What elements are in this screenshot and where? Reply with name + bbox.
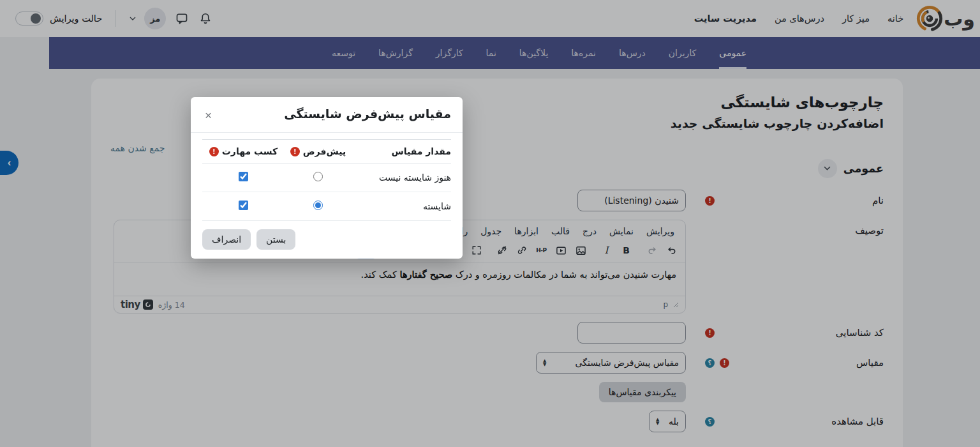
modal-body: مقدار مقیاس پیش‌فرض ! کسب مهارت ! xyxy=(191,139,463,221)
modal-backdrop[interactable] xyxy=(0,0,980,447)
scale-item-label: شایسته xyxy=(352,192,451,221)
default-radio[interactable] xyxy=(313,201,323,210)
scale-table: مقدار مقیاس پیش‌فرض ! کسب مهارت ! xyxy=(202,139,451,221)
modal-close-action-button[interactable]: بستن xyxy=(256,229,295,250)
proficient-checkbox[interactable] xyxy=(239,172,248,181)
col-proficient: کسب مهارت ! xyxy=(202,140,285,163)
modal-close-button[interactable]: × xyxy=(202,107,214,124)
required-icon: ! xyxy=(209,147,219,156)
modal-cancel-button[interactable]: انصراف xyxy=(202,229,251,250)
table-row: هنوز شایسته نیست xyxy=(202,163,451,192)
required-icon: ! xyxy=(290,147,300,156)
proficient-checkbox[interactable] xyxy=(239,201,248,210)
modal-header: مقیاس پیش‌فرض شایستگی × xyxy=(191,97,463,133)
modal-footer: بستن انصراف xyxy=(191,221,463,250)
table-row: شایسته xyxy=(202,192,451,221)
scale-item-label: هنوز شایسته نیست xyxy=(352,163,451,192)
competency-scale-modal: مقیاس پیش‌فرض شایستگی × مقدار مقیاس پیش‌… xyxy=(191,97,463,259)
col-scale-value: مقدار مقیاس xyxy=(352,140,451,163)
close-icon: × xyxy=(205,109,212,122)
modal-title: مقیاس پیش‌فرض شایستگی xyxy=(284,107,451,121)
default-radio[interactable] xyxy=(313,172,323,181)
col-default: پیش‌فرض ! xyxy=(285,140,352,163)
